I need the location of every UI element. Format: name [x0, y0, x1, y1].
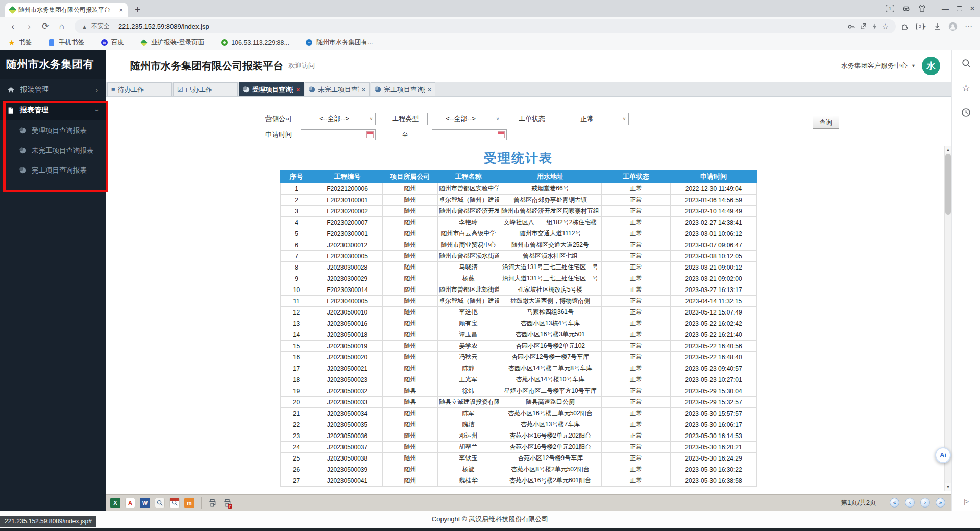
table-row[interactable]: 14J20230500018随州谭玉昌杏园小区16号楼3单元501正常2023-…: [281, 329, 757, 341]
table-row[interactable]: 6J20230300012随州随州市商业贸易中心随州市曾都区交通大道252号正常…: [281, 239, 757, 251]
table-row[interactable]: 11F20230400005随州卓尔智城（随州）建设擂鼓墩大道西侧，博物馆南侧正…: [281, 296, 757, 307]
date-to-input[interactable]: [432, 129, 507, 140]
new-tab-button[interactable]: +: [135, 5, 140, 14]
table-row[interactable]: 17J20230500021随州陈静杏园小区14号楼二单元8号车库正常2023-…: [281, 363, 757, 374]
favorites-star-icon[interactable]: ☆: [962, 82, 970, 94]
table-row[interactable]: 7F20230300005随州随州市曾都区涢水街道曾都区涢水社区七组正常2023…: [281, 251, 757, 262]
tab-close-icon[interactable]: ×: [119, 6, 123, 14]
bookmark-item[interactable]: 106.53.113.229:88...: [220, 39, 289, 46]
sidebar-item-baozhuang[interactable]: 报装管理 ›: [0, 80, 106, 100]
address-bar[interactable]: ▲ 不安全 221.235.152.59:8089/index.jsp ☆: [75, 19, 896, 33]
table-row[interactable]: 18J20230500023随州王光军杏苑小区14号楼10号车库正常2023-0…: [281, 374, 757, 385]
table-row[interactable]: 24J20230500037随州胡翠兰杏苑小区16号楼2单元201阳台正常202…: [281, 442, 757, 453]
browser-menu-icon[interactable]: ⋯: [965, 22, 973, 31]
url-text[interactable]: 221.235.152.59:8089/index.jsp: [118, 22, 843, 30]
workspace-tab-受理项目查询报表[interactable]: 受理项目查询报表×: [239, 82, 304, 96]
print-preview-icon[interactable]: [169, 498, 180, 508]
tab-switcher-icon[interactable]: 2▾: [916, 23, 926, 30]
table-row[interactable]: 2F20230100001随州卓尔智城（随州）建设曾都区南郊办事处青铜古镇正常2…: [281, 195, 757, 206]
table-row[interactable]: 27J20230500041随州魏桂华杏苑小区16号楼2单元601阳台正常202…: [281, 475, 757, 487]
workspace-tab-完工项目查询报表[interactable]: 完工项目查询报表×: [371, 82, 435, 96]
scrollbar-thumb[interactable]: [945, 154, 951, 215]
first-page-button[interactable]: «: [890, 498, 899, 508]
user-avatar[interactable]: 水: [922, 57, 940, 75]
table-row[interactable]: 13J20230500016随州顾有宝杏园小区13栋4号车库正常2023-05-…: [281, 318, 757, 329]
calendar-icon[interactable]: [366, 131, 374, 138]
tab-count-icon[interactable]: 1: [886, 5, 894, 12]
workspace-tab-待办工作[interactable]: ≡待办工作: [107, 82, 172, 96]
bookmark-item[interactable]: 百百度: [101, 38, 124, 47]
scroll-up-icon[interactable]: ▲: [945, 146, 951, 153]
password-key-icon[interactable]: [847, 22, 855, 31]
panel-expand-icon[interactable]: |>: [964, 498, 968, 505]
content-scrollbar[interactable]: ▲ ▼: [944, 146, 951, 491]
profile-avatar-icon[interactable]: [948, 22, 958, 31]
table-row[interactable]: 26J20230500039随州杨旋杏苑小区8号楼2单元502阳台正常2023-…: [281, 464, 757, 475]
sidebar-subitem-完工项目查询报表[interactable]: 完工项目查询报表: [0, 160, 106, 180]
pdf-export-icon[interactable]: A: [125, 498, 135, 508]
workspace-icon[interactable]: [902, 5, 911, 12]
refresh-icon[interactable]: ⟳: [38, 22, 53, 31]
next-page-button[interactable]: ›: [920, 498, 930, 508]
prev-page-button[interactable]: ‹: [905, 498, 915, 508]
table-row[interactable]: 23J20230500036随州邓运州杏苑小区16号楼2单元202阳台正常202…: [281, 430, 757, 442]
not-secure-icon[interactable]: ▲: [82, 23, 87, 30]
search-icon[interactable]: [961, 58, 971, 68]
bookmark-item[interactable]: ~随州市水务集团有...: [306, 38, 373, 47]
table-row[interactable]: 10F20230300014随州随州市曾都区北郊街道孔家坡社区棚改房5号楼正常2…: [281, 284, 757, 296]
table-row[interactable]: 19J20230500032随县徐炜星炬小区南区二号楼平方10号车库正常2023…: [281, 385, 757, 397]
download-icon[interactable]: [933, 22, 941, 31]
back-icon[interactable]: ‹: [5, 22, 20, 31]
sidebar-subitem-未完工项目查询报表[interactable]: 未完工项目查询报表: [0, 140, 106, 160]
workspace-tab-已办工作[interactable]: ☑已办工作: [173, 82, 238, 96]
project-type-select[interactable]: <--全部-->∨: [427, 113, 502, 125]
extensions-puzzle-icon[interactable]: [901, 22, 909, 31]
table-row[interactable]: 9J20230300029随州杨薇沿河大道131号三七三处住宅区一号正常2023…: [281, 273, 757, 284]
calendar-icon[interactable]: [498, 131, 505, 138]
tab-close-icon[interactable]: ×: [428, 86, 431, 93]
table-row[interactable]: 8J20230300028随州马晓清沿河大道131号三七三处住宅区一号正常202…: [281, 262, 757, 273]
maximize-button[interactable]: [957, 6, 962, 11]
tab-close-icon[interactable]: ×: [296, 86, 300, 93]
ai-assistant-button[interactable]: Ai: [935, 447, 951, 463]
last-page-button[interactable]: »: [936, 498, 945, 508]
table-row[interactable]: 25J20230500038随州李钦玉杏苑小区12号楼9号车库正常2023-05…: [281, 453, 757, 464]
order-status-select[interactable]: 正常∨: [554, 113, 629, 125]
print-icon[interactable]: [207, 498, 217, 508]
word-export-icon[interactable]: W: [140, 498, 150, 508]
lightning-icon[interactable]: [871, 23, 878, 30]
date-from-input[interactable]: [301, 129, 376, 140]
scroll-down-icon[interactable]: ▼: [945, 483, 951, 491]
bookmark-item[interactable]: ★书签: [8, 38, 32, 47]
excel-export-icon[interactable]: X: [110, 498, 120, 508]
tab-close-icon[interactable]: ×: [362, 86, 365, 93]
query-button[interactable]: 查询: [813, 116, 839, 129]
company-select[interactable]: <--全部-->∨: [301, 113, 376, 125]
table-row[interactable]: 1F20221200006随州随州市曾都区实验中学戒烟堂巷66号正常2022-1…: [281, 183, 757, 195]
history-clock-icon[interactable]: [961, 108, 971, 117]
table-row[interactable]: 3F20230200002随州随州市曾都区经济开发随州市曾都经济开发区周家寨村五…: [281, 206, 757, 217]
table-row[interactable]: 12J20230500010随州李选艳马家榨四组361号正常2023-05-12…: [281, 307, 757, 318]
sidebar-subitem-受理项目查询报表[interactable]: 受理项目查询报表: [0, 120, 106, 140]
bookmark-item[interactable]: 业扩报装-登录页面: [140, 38, 204, 47]
sidebar-item-baobiao[interactable]: 报表管理 ›: [0, 100, 106, 120]
workspace-tab-未完工项目查询报表[interactable]: 未完工项目查询报表×: [305, 82, 370, 96]
share-icon[interactable]: [860, 22, 867, 30]
table-row[interactable]: 20J20230500033随县随县立诚建设投资有限随县高速路口公厕正常2023…: [281, 397, 757, 408]
minimize-button[interactable]: —: [942, 5, 949, 12]
bookmark-star-icon[interactable]: ☆: [882, 22, 889, 31]
user-menu[interactable]: 水务集团客户服务中心: [841, 61, 908, 70]
home-icon[interactable]: ⌂: [54, 22, 69, 31]
table-row[interactable]: 4F20230200007随州李艳玲文峰社区八一一组182号2栋住宅楼正常202…: [281, 217, 757, 228]
table-row[interactable]: 21J20230500034随州陈军杏苑小区16号楼三单元502阳台正常2023…: [281, 408, 757, 419]
print-pdf-icon[interactable]: [222, 498, 232, 508]
preview-icon[interactable]: [155, 498, 165, 508]
table-row[interactable]: 16J20230500020随州冯秋云杏园小区12号楼一楼7号车库正常2023-…: [281, 352, 757, 363]
forward-icon[interactable]: ›: [21, 22, 37, 31]
bookmark-item[interactable]: 手机书签: [48, 38, 84, 47]
theme-icon[interactable]: [918, 5, 926, 12]
chevron-down-icon[interactable]: ▼: [911, 63, 916, 68]
table-row[interactable]: 15J20230500019随州晏学农杏园小区16号楼2单元102正常2023-…: [281, 341, 757, 352]
table-row[interactable]: 22J20230500035随州隗洁杏苑小区13号楼7车库正常2023-05-3…: [281, 419, 757, 430]
close-window-button[interactable]: ×: [970, 4, 975, 13]
